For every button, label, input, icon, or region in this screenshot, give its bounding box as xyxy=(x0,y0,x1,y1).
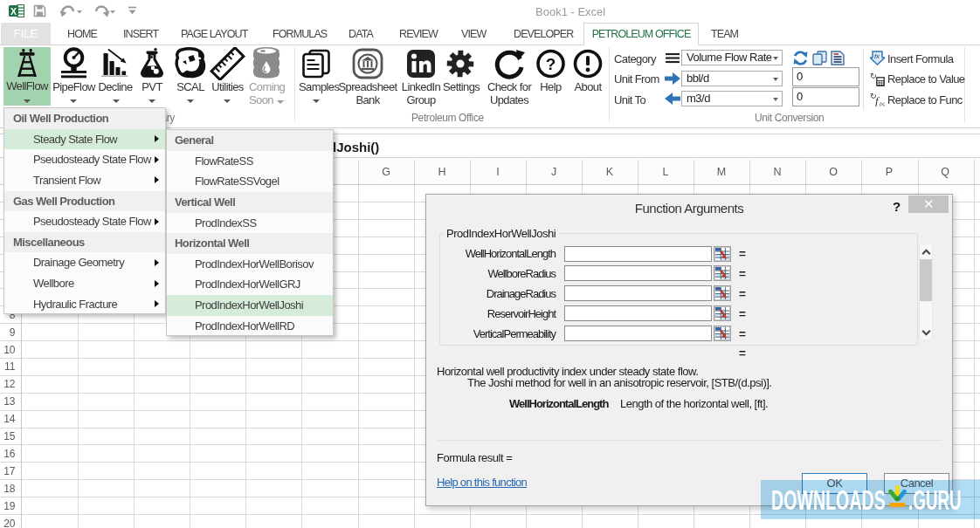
svg-text:O: O xyxy=(829,166,838,178)
svg-text:G: G xyxy=(382,166,390,178)
svg-text:11: 11 xyxy=(4,360,16,373)
svg-text:18: 18 xyxy=(3,483,16,495)
svg-text:K: K xyxy=(606,166,614,178)
svg-text:12: 12 xyxy=(3,378,16,390)
svg-text:X: X xyxy=(10,6,17,17)
svg-text:I: I xyxy=(496,166,499,178)
svg-text:16: 16 xyxy=(3,448,16,460)
svg-text:?: ? xyxy=(546,55,556,73)
svg-text:10: 10 xyxy=(3,344,16,356)
svg-text:19: 19 xyxy=(3,500,16,512)
svg-text:14: 14 xyxy=(3,413,16,425)
svg-text:L: L xyxy=(663,166,669,178)
svg-text:J: J xyxy=(551,166,556,178)
svg-text:↻: ↻ xyxy=(870,72,877,80)
svg-text:(x): (x) xyxy=(880,101,885,106)
svg-text:M: M xyxy=(717,166,726,178)
svg-text:9: 9 xyxy=(10,326,16,339)
svg-text:fx: fx xyxy=(874,52,880,60)
svg-text:17: 17 xyxy=(3,465,16,477)
svg-text:H: H xyxy=(438,166,445,178)
svg-text:13: 13 xyxy=(3,395,16,408)
svg-text:Q: Q xyxy=(941,166,949,178)
svg-text:P: P xyxy=(886,166,893,178)
svg-text:20: 20 xyxy=(3,518,16,528)
svg-text:15: 15 xyxy=(3,430,16,442)
svg-text:N: N xyxy=(773,166,781,178)
